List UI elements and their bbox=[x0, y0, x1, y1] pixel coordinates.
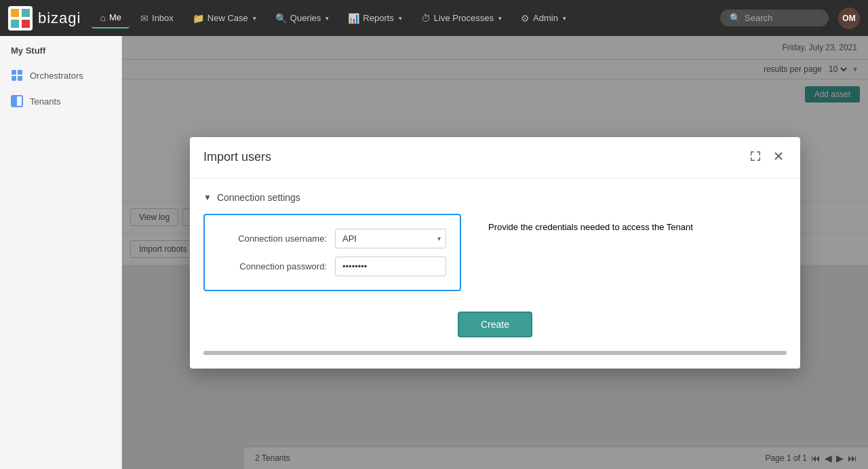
nav-label-reports: Reports bbox=[363, 13, 394, 23]
admin-caret: ▾ bbox=[563, 15, 566, 22]
nav-item-inbox[interactable]: ✉ Inbox bbox=[132, 9, 182, 28]
logo-text: bizagi bbox=[38, 10, 81, 27]
sidebar-item-orchestrators-label: Orchestrators bbox=[30, 71, 83, 81]
nav-label-new-case: New Case bbox=[208, 13, 248, 23]
svg-marker-1 bbox=[11, 9, 19, 17]
svg-rect-8 bbox=[18, 76, 22, 81]
nav-item-reports[interactable]: 📊 Reports ▾ bbox=[340, 9, 410, 28]
nav-label-live-processes: Live Processes bbox=[434, 13, 494, 23]
nav-item-queries[interactable]: 🔍 Queries ▾ bbox=[267, 9, 338, 28]
create-button-row: Create bbox=[203, 312, 787, 337]
form-row-username: Connection username: API ▾ bbox=[218, 229, 446, 248]
tenants-icon bbox=[11, 95, 23, 107]
modal-close-button[interactable] bbox=[770, 148, 787, 167]
sidebar-item-tenants[interactable]: Tenants bbox=[0, 88, 121, 114]
live-processes-icon: ⏱ bbox=[421, 13, 431, 24]
credential-hint: Provide the credentials needed to access… bbox=[488, 222, 693, 232]
svg-rect-5 bbox=[12, 70, 16, 75]
svg-rect-7 bbox=[12, 76, 16, 81]
nav-label-admin: Admin bbox=[533, 13, 558, 23]
password-input[interactable] bbox=[335, 257, 446, 276]
modal-overlay: Import users bbox=[122, 36, 868, 469]
section-collapse-icon: ▼ bbox=[203, 193, 212, 202]
home-icon: ⌂ bbox=[100, 12, 105, 23]
section-title: Connection settings bbox=[217, 192, 300, 203]
modal-header-icons bbox=[747, 148, 787, 167]
modal-scrollbar-thumb bbox=[203, 351, 787, 355]
queries-icon: 🔍 bbox=[275, 13, 287, 24]
reports-caret: ▾ bbox=[399, 15, 402, 22]
credential-hint-area: Provide the credentials needed to access… bbox=[488, 214, 787, 232]
import-users-modal: Import users bbox=[190, 137, 800, 369]
live-processes-caret: ▾ bbox=[498, 15, 502, 22]
connection-settings-section-header[interactable]: ▼ Connection settings bbox=[203, 192, 787, 203]
password-label: Connection password: bbox=[218, 261, 327, 271]
queries-caret: ▾ bbox=[326, 15, 329, 22]
bizagi-logo-icon bbox=[8, 6, 33, 31]
top-navigation: bizagi ⌂ Me ✉ Inbox 📁 New Case ▾ 🔍 Queri… bbox=[0, 0, 868, 36]
username-input-wrap: API ▾ bbox=[335, 229, 446, 248]
new-case-caret: ▾ bbox=[253, 15, 256, 22]
modal-header: Import users bbox=[190, 137, 800, 179]
svg-rect-10 bbox=[12, 96, 17, 107]
expand-icon bbox=[750, 151, 761, 162]
svg-rect-6 bbox=[18, 70, 22, 75]
svg-marker-2 bbox=[22, 9, 30, 17]
reports-icon: 📊 bbox=[348, 13, 359, 24]
orchestrators-icon bbox=[11, 69, 23, 81]
username-label: Connection username: bbox=[218, 233, 327, 244]
svg-marker-4 bbox=[22, 20, 30, 28]
form-row-password: Connection password: bbox=[218, 257, 446, 276]
new-case-icon: 📁 bbox=[193, 13, 204, 24]
create-button[interactable]: Create bbox=[458, 312, 532, 337]
search-icon: 🔍 bbox=[730, 13, 741, 23]
admin-icon: ⚙ bbox=[521, 13, 530, 24]
search-box[interactable]: 🔍 Search bbox=[720, 10, 829, 26]
username-select[interactable]: API bbox=[335, 229, 446, 248]
connection-form: Connection username: API ▾ Connection pa… bbox=[203, 214, 461, 291]
nav-item-new-case[interactable]: 📁 New Case ▾ bbox=[184, 9, 264, 28]
modal-title: Import users bbox=[203, 150, 271, 164]
sidebar-header: My Stuff bbox=[0, 36, 121, 62]
nav-label-inbox: Inbox bbox=[152, 13, 174, 23]
nav-item-live-processes[interactable]: ⏱ Live Processes ▾ bbox=[413, 9, 510, 28]
search-label: Search bbox=[745, 13, 772, 23]
avatar[interactable]: OM bbox=[838, 7, 860, 29]
svg-marker-3 bbox=[11, 20, 19, 28]
password-input-wrap bbox=[335, 257, 446, 276]
nav-label-queries: Queries bbox=[290, 13, 321, 23]
sidebar-item-tenants-label: Tenants bbox=[30, 96, 61, 107]
sidebar: My Stuff Orchestrators Tenants bbox=[0, 36, 122, 469]
main-content: Friday, July 23, 2021 results per page 1… bbox=[122, 36, 868, 469]
inbox-icon: ✉ bbox=[140, 13, 149, 24]
modal-expand-button[interactable] bbox=[747, 148, 764, 167]
close-icon bbox=[773, 151, 784, 162]
nav-label-me: Me bbox=[109, 12, 121, 22]
logo-area[interactable]: bizagi bbox=[8, 6, 81, 31]
modal-scrollbar[interactable] bbox=[203, 351, 787, 355]
modal-body: ▼ Connection settings Connection usernam… bbox=[190, 179, 800, 369]
nav-item-me[interactable]: ⌂ Me bbox=[92, 8, 130, 29]
nav-item-admin[interactable]: ⚙ Admin ▾ bbox=[513, 9, 574, 28]
sidebar-item-orchestrators[interactable]: Orchestrators bbox=[0, 62, 121, 88]
